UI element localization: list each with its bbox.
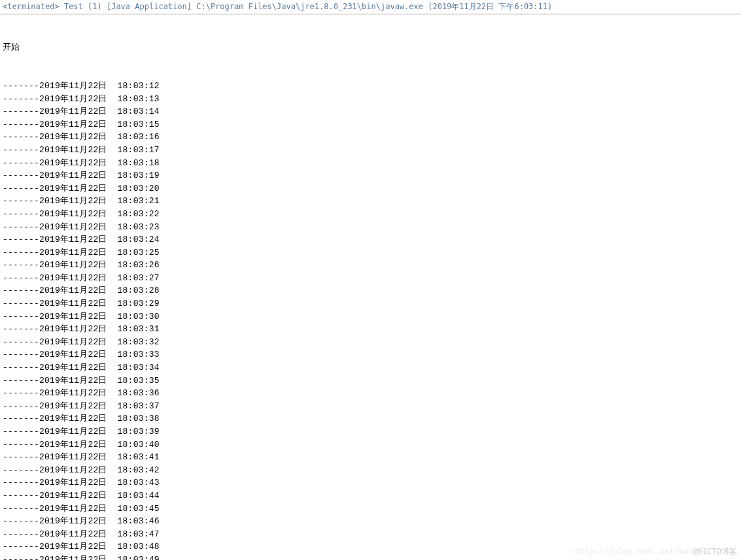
console-log-line: -------2019年11月22日 18:03:16	[3, 131, 738, 144]
console-log-line: -------2019年11月22日 18:03:15	[3, 118, 738, 131]
console-log-line: -------2019年11月22日 18:03:21	[3, 195, 738, 208]
console-log-line: -------2019年11月22日 18:03:37	[3, 400, 738, 413]
console-log-line: -------2019年11月22日 18:03:35	[3, 374, 738, 387]
console-log-line: -------2019年11月22日 18:03:19	[3, 169, 738, 182]
console-log-lines: -------2019年11月22日 18:03:12-------2019年1…	[3, 80, 738, 560]
console-log-line: -------2019年11月22日 18:03:13	[3, 93, 738, 106]
console-log-line: -------2019年11月22日 18:03:22	[3, 208, 738, 221]
console-log-line: -------2019年11月22日 18:03:44	[3, 489, 738, 502]
console-log-line: -------2019年11月22日 18:03:23	[3, 221, 738, 234]
console-output-area[interactable]: 开始 -------2019年11月22日 18:03:12-------201…	[0, 14, 741, 560]
console-log-line: -------2019年11月22日 18:03:33	[3, 348, 738, 361]
console-log-line: -------2019年11月22日 18:03:26	[3, 259, 738, 272]
console-log-line: -------2019年11月22日 18:03:46	[3, 515, 738, 528]
console-header: <terminated> Test (1) [Java Application]…	[0, 0, 741, 14]
console-log-line: -------2019年11月22日 18:03:29	[3, 297, 738, 310]
console-log-line: -------2019年11月22日 18:03:39	[3, 425, 738, 438]
console-log-line: -------2019年11月22日 18:03:43	[3, 476, 738, 489]
console-log-line: -------2019年11月22日 18:03:41	[3, 451, 738, 464]
watermark-text: @51CTO博客	[693, 547, 737, 556]
console-log-line: -------2019年11月22日 18:03:17	[3, 144, 738, 157]
console-log-line: -------2019年11月22日 18:03:20	[3, 182, 738, 195]
console-process-info: <terminated> Test (1) [Java Application]…	[3, 2, 552, 11]
console-log-line: -------2019年11月22日 18:03:12	[3, 80, 738, 93]
console-log-line: -------2019年11月22日 18:03:36	[3, 387, 738, 400]
console-log-line: -------2019年11月22日 18:03:40	[3, 438, 738, 452]
console-log-line: -------2019年11月22日 18:03:38	[3, 412, 738, 425]
console-log-line: -------2019年11月22日 18:03:14	[3, 105, 738, 118]
console-log-line: -------2019年11月22日 18:03:27	[3, 272, 738, 285]
console-log-line: -------2019年11月22日 18:03:25	[3, 246, 738, 259]
console-log-line: -------2019年11月22日 18:03:18	[3, 157, 738, 170]
watermark: https://blog.csdn.net/bai@51CTO博客	[575, 546, 737, 557]
console-log-line: -------2019年11月22日 18:03:32	[3, 336, 738, 349]
console-log-line: -------2019年11月22日 18:03:28	[3, 284, 738, 297]
console-log-line: -------2019年11月22日 18:03:45	[3, 502, 738, 516]
console-log-line: -------2019年11月22日 18:03:42	[3, 464, 738, 477]
watermark-faint-text: https://blog.csdn.net/bai	[575, 547, 693, 556]
console-log-line: -------2019年11月22日 18:03:31	[3, 323, 738, 336]
console-log-line: -------2019年11月22日 18:03:30	[3, 310, 738, 323]
console-log-line: -------2019年11月22日 18:03:34	[3, 361, 738, 374]
console-log-line: -------2019年11月22日 18:03:47	[3, 528, 738, 541]
console-log-line: -------2019年11月22日 18:03:24	[3, 233, 738, 246]
console-start-line: 开始	[3, 41, 738, 54]
